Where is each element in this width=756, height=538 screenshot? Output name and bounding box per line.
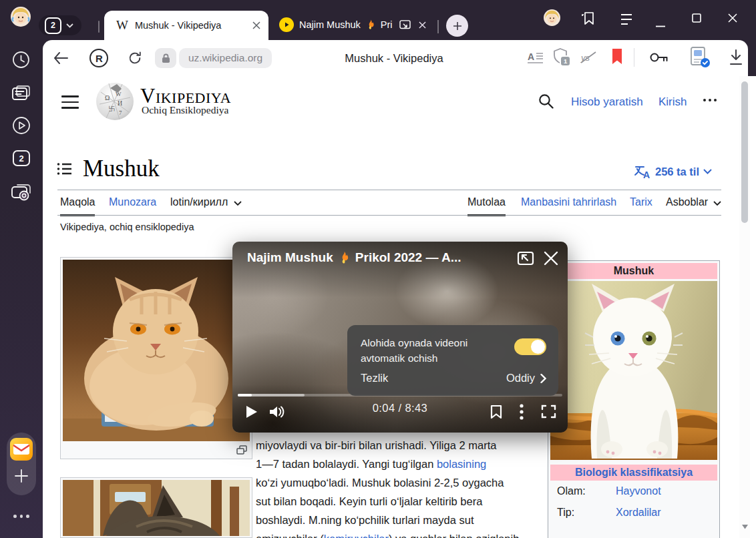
sidebar-add-app-button[interactable] — [14, 469, 29, 483]
sidebar-more-button[interactable] — [13, 515, 29, 518]
toolbar-divider — [634, 48, 634, 67]
tab-mutolaa[interactable]: Mutolaa — [467, 196, 506, 216]
sidebar-screenshot-button[interactable] — [11, 183, 32, 202]
bookmark-saved-button[interactable] — [610, 48, 624, 68]
yandex-glyph: Я — [96, 53, 103, 64]
close-pip-button[interactable] — [544, 251, 558, 268]
infobox-taxobox: Mushuk — [548, 260, 720, 538]
pip-icon[interactable] — [399, 20, 411, 30]
wiki-link[interactable]: Hayvonot — [616, 485, 661, 497]
infobox-title: Mushuk — [550, 263, 717, 279]
table-row: Olam: Hayvonot — [550, 481, 717, 502]
refresh-button[interactable] — [126, 49, 144, 67]
languages-icon: A — [634, 164, 651, 179]
video-play-favicon — [279, 17, 294, 32]
address-bar[interactable]: uz.wikipedia.org — [179, 48, 272, 68]
wiki-link[interactable]: kemiruvchilar — [324, 533, 389, 538]
contents-list-icon — [57, 162, 72, 176]
sidebar-history-button[interactable] — [12, 51, 30, 69]
notes-cards-icon — [11, 84, 31, 103]
downloads-button[interactable] — [728, 49, 744, 69]
row-label: Olam: — [557, 485, 616, 497]
variant-selector[interactable]: lotin/кирилл — [170, 196, 242, 214]
tools-menu[interactable]: Asboblar — [666, 196, 721, 214]
wiki-more-button[interactable] — [703, 99, 717, 101]
javascript-off-button[interactable]: ys — [580, 51, 597, 67]
sidebar-mail-app[interactable] — [10, 438, 33, 463]
account-avatar[interactable] — [544, 9, 560, 29]
tab-title-truncated: Pri — [381, 19, 393, 30]
sidebar-video-button[interactable] — [12, 116, 31, 135]
create-account-link[interactable]: Hisob yaratish — [571, 95, 643, 109]
page-translate-button[interactable] — [689, 47, 711, 68]
row-label: Tip: — [557, 507, 616, 519]
play-circle-icon — [12, 116, 31, 135]
profile-avatar[interactable] — [11, 7, 31, 29]
new-tab-button[interactable] — [446, 15, 468, 37]
tab-munozara[interactable]: Munozara — [109, 196, 156, 214]
search-icon — [538, 93, 554, 109]
enlarge-icon[interactable] — [236, 445, 247, 457]
article-image-cat-on-book[interactable] — [60, 257, 252, 459]
infobox-section-header[interactable]: Biologik klassifikatsiya — [550, 465, 717, 481]
article-paragraph: miyovlaydi va bir-biri bilan urishadi. Y… — [256, 436, 543, 538]
tab-maqola[interactable]: Maqola — [60, 196, 95, 216]
wiki-search-button[interactable] — [538, 93, 554, 109]
tab-video[interactable]: Najim Mushuk Pri — [272, 11, 434, 39]
tab-wikipedia[interactable]: W Mushuk - Vikipediya — [104, 11, 268, 40]
wiki-link[interactable]: Xordalilar — [616, 507, 661, 519]
tab-divider — [98, 21, 100, 33]
adblock-shield-button[interactable]: 1 — [553, 48, 573, 68]
login-link[interactable]: Kirish — [658, 95, 687, 109]
sidebar-feed-button[interactable] — [11, 84, 31, 103]
close-window-button[interactable] — [728, 13, 737, 25]
scrollbar-down-arrow[interactable] — [742, 525, 748, 529]
paragraph-line: sut bilan boqadi. Keyin turli oʻljalar k… — [256, 492, 543, 511]
speed-value-button[interactable]: Oddiy — [506, 372, 546, 384]
password-manager-button[interactable] — [649, 49, 669, 68]
tab-history[interactable]: Tarix — [630, 196, 652, 214]
site-security-button[interactable] — [155, 48, 176, 68]
maximize-button[interactable] — [692, 13, 701, 25]
article-image-tabby-cat[interactable] — [60, 477, 252, 538]
bookmark-video-button[interactable] — [490, 405, 502, 422]
document-check-icon — [689, 47, 711, 68]
pip-player-window[interactable]: Najim Mushuk Prikol 2022 — A... 0:04 / 8… — [232, 242, 568, 433]
back-button[interactable] — [52, 50, 69, 66]
reader-icon: A — [528, 50, 544, 65]
toolbar-page-title: Mushuk - Vikipediya — [267, 48, 521, 68]
contents-button[interactable] — [57, 162, 72, 176]
language-count: 256 ta til — [655, 166, 699, 178]
wiki-link[interactable]: bolasining — [437, 458, 486, 470]
menu-icon[interactable] — [620, 13, 633, 28]
time-display: 0:04 / 8:43 — [232, 402, 568, 415]
close-tab-icon[interactable] — [419, 21, 426, 29]
close-tab-icon[interactable] — [252, 21, 260, 29]
wikipedia-globe-logo[interactable]: Ω W И 卐 7 — [96, 81, 134, 124]
language-selector[interactable]: A 256 ta til — [634, 164, 712, 179]
avatar-girl-icon — [11, 7, 31, 27]
player-menu-button[interactable] — [520, 404, 524, 423]
fullscreen-button[interactable] — [541, 405, 556, 421]
page-scrollbar[interactable] — [739, 76, 750, 538]
minimize-button[interactable] — [656, 18, 665, 30]
scrollbar-thumb[interactable] — [741, 81, 748, 223]
reader-mode-button[interactable]: A — [528, 50, 544, 67]
plus-icon — [453, 21, 462, 31]
svg-text:A: A — [528, 51, 534, 62]
white-kitten-image[interactable] — [550, 281, 717, 460]
collections-bookmark-icon[interactable] — [581, 11, 596, 29]
svg-text:W: W — [116, 91, 122, 97]
sidebar-tabs-button[interactable]: 2 — [12, 150, 31, 167]
nav-rule — [57, 215, 721, 216]
exit-pip-button[interactable] — [517, 250, 534, 269]
paragraph-line: koʻzi yumuqboʻladi. Mushuk bolasini 2-2,… — [256, 473, 543, 492]
plus-icon — [14, 469, 29, 483]
autopip-toggle[interactable] — [514, 338, 546, 355]
paragraph-line: miyovlaydi va bir-biri bilan urishadi. Y… — [256, 436, 543, 455]
tab-edit-source[interactable]: Manbasini tahrirlash — [521, 196, 616, 214]
wiki-menu-button[interactable] — [61, 95, 79, 109]
tab-counter-button[interactable]: 2 — [39, 15, 81, 35]
key-icon — [649, 49, 669, 65]
yandex-search-button[interactable]: Я — [89, 49, 108, 67]
